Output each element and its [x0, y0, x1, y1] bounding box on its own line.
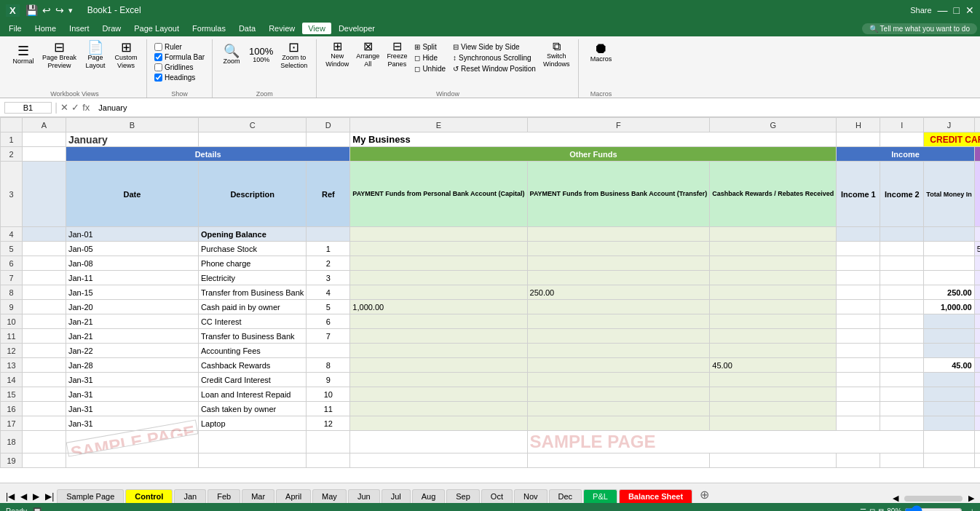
ribbon-arrange-all-btn[interactable]: ⊠ ArrangeAll [353, 39, 382, 70]
scroll-bar[interactable] [904, 496, 963, 502]
cell-f5[interactable] [527, 242, 710, 256]
cell-b12[interactable]: Jan-22 [66, 344, 199, 358]
cell-e4[interactable] [350, 227, 527, 242]
cell-e5[interactable] [350, 242, 527, 256]
cell-d13[interactable]: 8 [307, 358, 350, 373]
cell-k13[interactable] [974, 358, 980, 373]
tab-aug[interactable]: Aug [412, 489, 446, 503]
tab-nav-left[interactable]: ◀ [17, 490, 30, 503]
cell-c17[interactable]: Laptop [198, 416, 306, 431]
cell-a6[interactable] [23, 256, 66, 271]
cell-f13[interactable] [527, 358, 710, 373]
cell-i9[interactable] [880, 300, 924, 314]
cell-i10[interactable] [880, 314, 924, 329]
cell-j15[interactable] [924, 387, 974, 402]
cell-n18[interactable] [924, 431, 974, 453]
ribbon-page-break-btn[interactable]: ⊟ Page BreakPreview [39, 39, 79, 71]
cell-d17[interactable]: 12 [307, 416, 350, 431]
scroll-bar-left[interactable]: ◀ [893, 494, 898, 503]
menu-formulas[interactable]: Formulas [186, 23, 232, 34]
tab-may[interactable]: May [312, 489, 347, 503]
col-B[interactable]: B [66, 118, 199, 132]
cell-i14[interactable] [880, 373, 924, 387]
menu-developer[interactable]: Developer [333, 23, 381, 34]
cell-c12[interactable]: Accounting Fees [198, 344, 306, 358]
cell-h14[interactable] [837, 373, 880, 387]
cell-a12[interactable] [23, 344, 66, 358]
cell-h9[interactable] [837, 300, 880, 314]
cell-k10[interactable] [974, 314, 980, 329]
cell-b4[interactable]: Jan-01 [66, 227, 199, 242]
ribbon-sync-scroll-btn[interactable]: ↕ Synchronous Scrolling [450, 53, 539, 63]
cell-a2[interactable] [23, 147, 66, 162]
cell-k17[interactable] [974, 416, 980, 431]
cell-o18[interactable] [974, 431, 980, 453]
gridlines-checkbox[interactable] [154, 63, 162, 71]
cell-f15[interactable] [527, 387, 710, 402]
cell-e19[interactable] [350, 453, 527, 468]
cell-a9[interactable] [23, 300, 66, 314]
cell-a1[interactable] [23, 132, 66, 147]
cell-f9[interactable] [527, 300, 710, 314]
zoom-out-btn[interactable]: − [963, 507, 967, 512]
cell-j10[interactable] [924, 314, 974, 329]
cell-e7[interactable] [350, 271, 527, 285]
cell-j17[interactable] [924, 416, 974, 431]
cell-h4[interactable] [837, 227, 880, 242]
tab-nav-right[interactable]: ▶ [30, 490, 42, 503]
tab-april[interactable]: April [276, 489, 311, 503]
cell-a15[interactable] [23, 387, 66, 402]
menu-file[interactable]: File [3, 23, 28, 34]
col-K[interactable]: K [974, 118, 980, 132]
tab-sample-page[interactable]: Sample Page [57, 489, 124, 503]
cell-c1[interactable] [198, 132, 306, 147]
cell-c8[interactable]: Transfer from Business Bank [198, 285, 306, 300]
menu-data[interactable]: Data [233, 23, 261, 34]
share-button[interactable]: Share [910, 6, 931, 15]
formula-bar-checkbox[interactable] [154, 53, 162, 61]
formula-bar-check[interactable]: Formula Bar [153, 52, 206, 62]
cell-b19[interactable] [66, 453, 199, 468]
cell-d6[interactable]: 2 [307, 256, 350, 271]
cell-e8[interactable] [350, 285, 527, 300]
cell-d9[interactable]: 5 [307, 300, 350, 314]
cell-c11[interactable]: Transfer to Business Bank [198, 329, 306, 344]
cell-h12[interactable] [837, 344, 880, 358]
cell-f7[interactable] [527, 271, 710, 285]
ruler-checkbox[interactable] [154, 43, 162, 51]
cell-g16[interactable] [710, 402, 837, 416]
cell-c9[interactable]: Cash paid in by owner [198, 300, 306, 314]
cell-e12[interactable] [350, 344, 527, 358]
tab-mar[interactable]: Mar [242, 489, 274, 503]
zoom-in-btn[interactable]: + [970, 507, 974, 512]
tab-oct[interactable]: Oct [481, 489, 513, 503]
ribbon-macros-btn[interactable]: ⏺ Macros [588, 39, 615, 65]
cell-g9[interactable] [710, 300, 837, 314]
cell-k9[interactable] [974, 300, 980, 314]
cell-c6[interactable]: Phone charge [198, 256, 306, 271]
ribbon-page-layout-btn[interactable]: 📄 PageLayout [81, 39, 110, 71]
tab-jan[interactable]: Jan [174, 489, 206, 503]
cell-e10[interactable] [350, 314, 527, 329]
cell-h8[interactable] [837, 285, 880, 300]
cell-j6[interactable] [924, 256, 974, 271]
cell-k8[interactable] [974, 285, 980, 300]
cell-g13[interactable]: 45.00 [710, 358, 837, 373]
cell-i1[interactable] [880, 132, 924, 147]
cell-g4[interactable] [710, 227, 837, 242]
cell-i12[interactable] [880, 344, 924, 358]
cell-h10[interactable] [837, 314, 880, 329]
cell-h19[interactable] [837, 453, 880, 468]
cell-e13[interactable] [350, 358, 527, 373]
tab-jun[interactable]: Jun [348, 489, 380, 503]
zoom-slider[interactable] [904, 505, 963, 511]
cell-f4[interactable] [527, 227, 710, 242]
maximize-btn[interactable]: □ [954, 4, 960, 16]
cell-g11[interactable] [710, 329, 837, 344]
cell-a18[interactable] [23, 431, 66, 453]
ribbon-normal-btn[interactable]: ☰ Normal [9, 43, 38, 67]
col-J[interactable]: J [924, 118, 974, 132]
cell-k4[interactable] [974, 227, 980, 242]
cell-h13[interactable] [837, 358, 880, 373]
redo-icon[interactable]: ↪ [55, 4, 64, 16]
